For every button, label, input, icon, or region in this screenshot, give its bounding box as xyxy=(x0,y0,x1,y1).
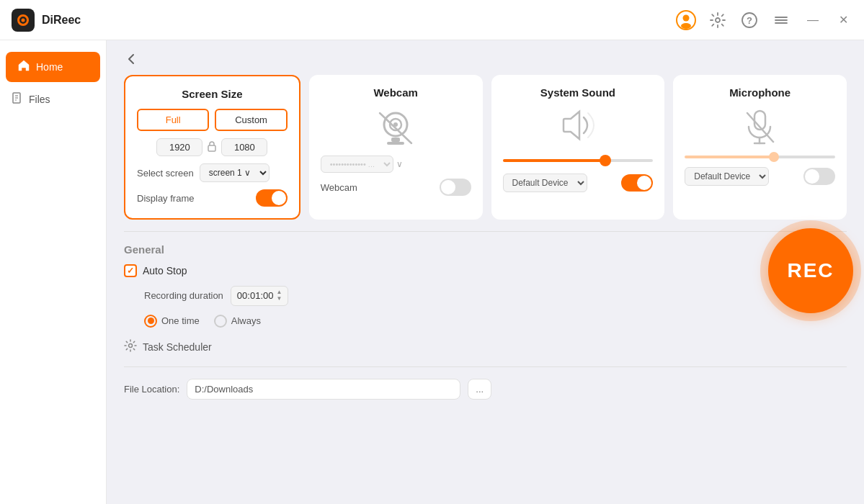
title-bar-right: ? — ✕ xyxy=(676,10,852,30)
duration-arrows[interactable]: ▲ ▼ xyxy=(276,289,282,302)
recording-duration-row: Recording duration 00:01:00 ▲ ▼ xyxy=(124,286,847,306)
mic-icon-area xyxy=(685,107,835,147)
help-icon[interactable]: ? xyxy=(739,10,760,30)
auto-stop-checkbox[interactable]: ✓ xyxy=(124,264,137,277)
duration-value: 00:01:00 xyxy=(237,290,274,301)
full-size-button[interactable]: Full xyxy=(137,109,209,131)
home-icon xyxy=(17,59,30,75)
screen-select[interactable]: screen 1 ∨ xyxy=(200,163,270,182)
svg-point-24 xyxy=(129,343,133,347)
content-inner: Screen Size Full Custom xyxy=(124,52,847,400)
recording-duration-label: Recording duration xyxy=(144,290,223,301)
minimize-button[interactable]: — xyxy=(803,11,823,30)
system-sound-title: System Sound xyxy=(503,86,654,99)
mic-volume-slider[interactable] xyxy=(685,156,835,158)
microphone-title: Microphone xyxy=(685,86,835,99)
auto-stop-row: ✓ Auto Stop xyxy=(124,264,847,277)
toggle-knob xyxy=(272,191,286,205)
mic-device-select[interactable]: Default Device xyxy=(685,167,769,186)
task-scheduler-gear-icon xyxy=(124,339,137,355)
general-title: General xyxy=(124,243,847,256)
radio-always[interactable]: Always xyxy=(214,315,261,328)
task-scheduler-row[interactable]: Task Scheduler xyxy=(124,339,847,355)
webcam-toggle[interactable] xyxy=(440,179,471,196)
sound-volume-slider[interactable] xyxy=(503,159,654,162)
file-browse-button[interactable]: ... xyxy=(468,379,491,400)
webcam-dropdown-arrow[interactable]: ∨ xyxy=(396,159,403,169)
lock-icon xyxy=(207,140,217,154)
sidebar-item-files[interactable]: Files xyxy=(0,85,106,114)
toggle-slider xyxy=(256,189,288,207)
task-scheduler-label: Task Scheduler xyxy=(143,341,212,353)
sound-slider-wrap xyxy=(503,152,654,165)
rec-button-wrap: REC xyxy=(760,200,861,342)
system-sound-device-select[interactable]: Default Device xyxy=(503,174,587,192)
display-frame-row: Display frame xyxy=(137,189,288,207)
radio-one-time-dot xyxy=(144,315,157,328)
app-name: DiReec xyxy=(42,14,81,27)
webcam-toggle-row: Webcam xyxy=(321,179,471,196)
webcam-icon-area xyxy=(321,107,471,147)
screen-size-card: Screen Size Full Custom xyxy=(124,75,300,220)
rec-outer-ring: REC xyxy=(760,220,861,321)
svg-point-3 xyxy=(716,18,720,22)
sound-icon-area xyxy=(503,107,654,143)
webcam-device-row: ••••••••••••• ... ∨ xyxy=(321,156,471,173)
webcam-card: Webcam ••••••••••••• ... xyxy=(309,75,483,220)
svg-rect-13 xyxy=(208,145,215,151)
auto-stop-label: Auto Stop xyxy=(143,265,187,276)
cards-row: Screen Size Full Custom xyxy=(124,75,847,220)
system-sound-toggle[interactable] xyxy=(621,174,653,192)
webcam-toggle-slider xyxy=(440,179,471,196)
main-layout: Home Files xyxy=(0,40,864,504)
mic-toggle-knob xyxy=(805,169,819,184)
file-path-input[interactable] xyxy=(187,379,460,400)
menu-icon[interactable] xyxy=(771,10,791,30)
custom-size-button[interactable]: Custom xyxy=(215,109,287,131)
back-button[interactable] xyxy=(124,52,138,66)
sidebar-files-label: Files xyxy=(29,94,50,105)
display-frame-toggle[interactable] xyxy=(256,189,288,207)
system-sound-toggle-knob xyxy=(637,176,651,190)
close-button[interactable]: ✕ xyxy=(834,10,852,30)
select-screen-row: Select screen screen 1 ∨ xyxy=(137,163,288,182)
svg-rect-18 xyxy=(387,142,404,145)
mic-device-row: Default Device xyxy=(685,167,835,186)
sidebar-home-label: Home xyxy=(36,61,63,73)
avatar-icon[interactable] xyxy=(676,10,696,30)
svg-point-2 xyxy=(681,23,691,29)
radio-always-label: Always xyxy=(231,315,261,326)
display-frame-label: Display frame xyxy=(137,193,194,204)
radio-one-time-label: One time xyxy=(161,315,200,326)
rec-button[interactable]: REC xyxy=(768,228,853,313)
duration-input-wrap: 00:01:00 ▲ ▼ xyxy=(231,286,289,306)
radio-one-time[interactable]: One time xyxy=(144,315,200,328)
settings-icon[interactable] xyxy=(708,10,728,30)
mic-toggle[interactable] xyxy=(803,168,835,185)
file-location-label: File Location: xyxy=(124,384,179,395)
system-sound-device-row: Default Device xyxy=(503,174,654,192)
webcam-toggle-knob xyxy=(441,180,455,194)
general-section: General ✓ Auto Stop Recording duration 0… xyxy=(124,243,847,400)
radio-row: One time Always xyxy=(124,315,847,328)
title-bar: DiReec ? xyxy=(0,0,864,40)
file-divider xyxy=(124,366,847,367)
app-logo-icon xyxy=(17,14,29,26)
height-input[interactable] xyxy=(221,138,267,156)
sidebar: Home Files xyxy=(0,40,107,504)
size-buttons: Full Custom xyxy=(137,109,288,131)
webcam-device-select[interactable]: ••••••••••••• ... xyxy=(321,156,393,173)
rec-label: REC xyxy=(787,259,834,282)
radio-always-dot xyxy=(214,315,227,328)
content-area: Screen Size Full Custom xyxy=(107,40,864,504)
screen-size-title: Screen Size xyxy=(137,88,288,100)
width-input[interactable] xyxy=(156,138,202,156)
webcam-label: Webcam xyxy=(321,182,357,193)
sidebar-item-home[interactable]: Home xyxy=(6,52,100,82)
svg-rect-17 xyxy=(391,138,400,142)
system-sound-card: System Sound Default Device xyxy=(491,75,665,220)
duration-down-arrow[interactable]: ▼ xyxy=(276,296,282,302)
files-icon xyxy=(12,92,23,107)
app-logo xyxy=(12,9,35,32)
system-sound-toggle-slider xyxy=(621,174,653,192)
